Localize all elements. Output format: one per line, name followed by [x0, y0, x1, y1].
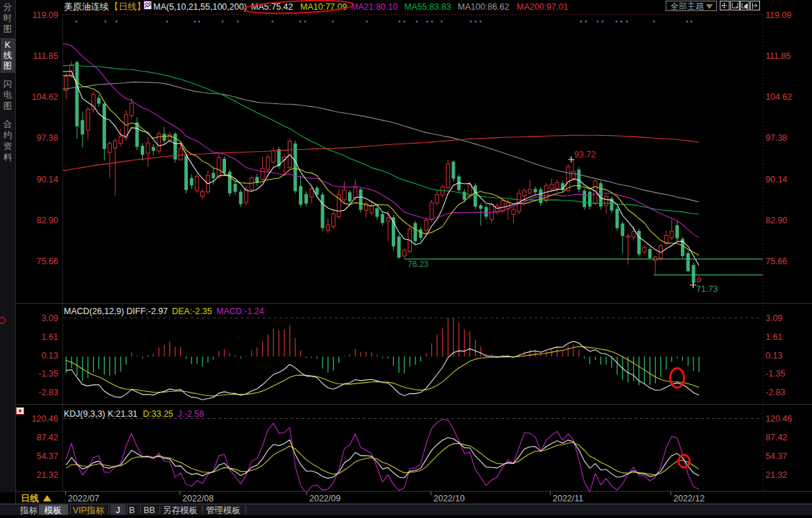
svg-text:【日线】: 【日线】	[110, 1, 146, 12]
svg-text:MA10:77.09: MA10:77.09	[300, 2, 347, 12]
svg-text:J:-2.58: J:-2.58	[178, 409, 204, 419]
svg-text:VIP指标: VIP指标	[73, 506, 105, 515]
svg-text:管理模板: 管理模板	[206, 506, 241, 515]
svg-text:全部主题: 全部主题	[671, 1, 704, 11]
svg-text:约: 约	[3, 130, 12, 140]
svg-text:K: K	[5, 40, 11, 50]
svg-text:87.42: 87.42	[37, 433, 58, 442]
svg-text:电: 电	[3, 90, 12, 100]
svg-text:0.13: 0.13	[766, 351, 782, 361]
svg-text:J: J	[116, 506, 120, 515]
svg-text:MACD:-1.24: MACD:-1.24	[216, 307, 264, 316]
svg-text:MA55:83.83: MA55:83.83	[404, 2, 451, 12]
svg-text:美原油连续: 美原油连续	[64, 1, 109, 12]
svg-text:图: 图	[3, 101, 12, 111]
svg-text:分: 分	[3, 2, 12, 12]
svg-text:104.62: 104.62	[766, 92, 792, 102]
svg-text:闪: 闪	[3, 79, 12, 89]
svg-text:图: 图	[3, 24, 12, 34]
svg-text:模板: 模板	[44, 506, 62, 515]
svg-text:图: 图	[3, 61, 12, 71]
svg-text:2022/12: 2022/12	[673, 494, 705, 503]
svg-text:21.32: 21.32	[766, 470, 787, 480]
svg-text:120.46: 120.46	[32, 414, 58, 424]
svg-text:MA21:80.10: MA21:80.10	[351, 2, 397, 12]
svg-text:2022/10: 2022/10	[433, 494, 465, 503]
svg-text:时: 时	[3, 13, 12, 23]
svg-text:MA200:97.01: MA200:97.01	[517, 2, 568, 12]
svg-text:82.90: 82.90	[37, 216, 58, 225]
svg-text:119.09: 119.09	[766, 10, 791, 20]
svg-text:线: 线	[3, 51, 12, 60]
svg-text:82.90: 82.90	[766, 216, 787, 225]
svg-text:料: 料	[3, 153, 12, 162]
svg-text:B: B	[129, 506, 135, 515]
svg-text:KDJ(9,3,3) K:21.31: KDJ(9,3,3) K:21.31	[64, 409, 137, 419]
svg-text:-1.35: -1.35	[766, 369, 786, 379]
svg-text:1.61: 1.61	[766, 332, 782, 342]
svg-text:MA100:86.62: MA100:86.62	[458, 2, 509, 12]
svg-text:3.09: 3.09	[42, 313, 58, 323]
svg-text:3.09: 3.09	[766, 313, 782, 323]
svg-text:76.23: 76.23	[408, 259, 429, 269]
svg-text:2022/09: 2022/09	[309, 494, 340, 503]
svg-text:-2.83: -2.83	[766, 388, 786, 397]
svg-text:资: 资	[3, 141, 12, 151]
svg-text:54.37: 54.37	[37, 451, 58, 461]
svg-text:MACD(26,12,9) DIFF:-2.97: MACD(26,12,9) DIFF:-2.97	[64, 307, 168, 316]
svg-text:71.73: 71.73	[696, 284, 718, 294]
svg-text:90.14: 90.14	[37, 175, 58, 184]
svg-text:-2.83: -2.83	[39, 388, 59, 397]
svg-text:119.09: 119.09	[33, 10, 58, 20]
svg-text:0.13: 0.13	[42, 351, 58, 361]
svg-text:日线: 日线	[21, 493, 39, 503]
svg-text:指标: 指标	[19, 506, 38, 515]
svg-text:BB: BB	[144, 506, 155, 515]
svg-text:75.66: 75.66	[766, 257, 787, 266]
svg-text:111.85: 111.85	[33, 51, 58, 61]
svg-text:2022/11: 2022/11	[553, 494, 583, 503]
svg-text:另存模板: 另存模板	[163, 506, 198, 515]
svg-text:-1.35: -1.35	[39, 369, 59, 379]
svg-text:97.38: 97.38	[766, 133, 787, 143]
svg-text:D:33.25: D:33.25	[143, 409, 173, 419]
svg-text:21.32: 21.32	[37, 470, 58, 480]
svg-text:2022/08: 2022/08	[182, 494, 214, 503]
svg-text:1.61: 1.61	[42, 332, 58, 342]
svg-text:104.62: 104.62	[32, 92, 58, 102]
svg-text:2022/07: 2022/07	[68, 494, 99, 503]
svg-text:93.72: 93.72	[574, 150, 596, 159]
svg-text:54.37: 54.37	[766, 451, 787, 461]
svg-text:MA(5,10,21,55,100,200): MA(5,10,21,55,100,200)	[153, 2, 247, 12]
svg-text:120.46: 120.46	[766, 414, 792, 424]
svg-text:87.42: 87.42	[766, 433, 787, 442]
svg-text:97.38: 97.38	[37, 133, 58, 143]
svg-text:90.14: 90.14	[766, 175, 787, 184]
svg-text:111.85: 111.85	[766, 51, 791, 61]
svg-text:合: 合	[3, 119, 12, 129]
svg-text:75.66: 75.66	[37, 257, 58, 266]
svg-text:DEA:-2.35: DEA:-2.35	[172, 307, 212, 316]
